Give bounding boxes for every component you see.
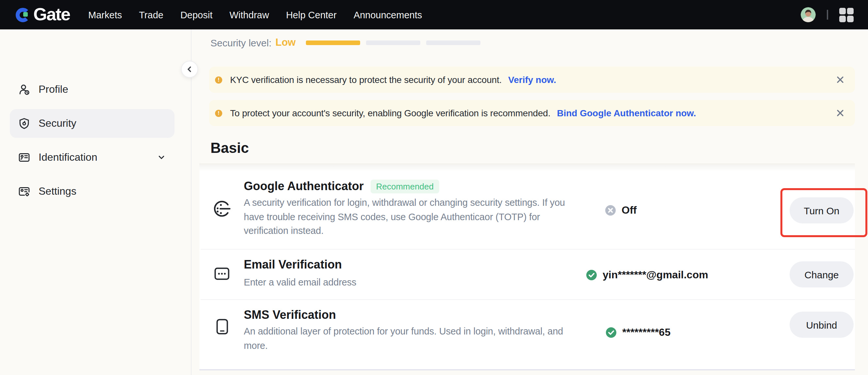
chevron-down-icon xyxy=(157,154,165,161)
row-title: Google Authenticator xyxy=(244,180,364,193)
row-description: An additional layer of protection for yo… xyxy=(244,325,563,353)
avatar[interactable] xyxy=(801,7,816,22)
nav-item-deposit[interactable]: Deposit xyxy=(172,9,221,20)
row-title-line: SMS Verification xyxy=(244,308,336,322)
nav-item-markets[interactable]: Markets xyxy=(80,9,130,20)
phone-icon xyxy=(216,319,228,335)
row-title-line: Google Authenticator Recommended xyxy=(244,180,439,193)
nav-item-withdraw[interactable]: Withdraw xyxy=(221,9,277,20)
sidebar-item-identification[interactable]: Identification xyxy=(10,143,175,172)
navbar-right xyxy=(801,0,868,29)
banner-text: KYC verification is necessary to protect… xyxy=(230,74,502,85)
gate-logo-icon xyxy=(15,7,31,23)
sidebar-item-profile[interactable]: Profile xyxy=(10,75,175,104)
sidebar: Profile Security Identification xyxy=(0,29,191,375)
bind-google-authenticator-link[interactable]: Bind Google Authenticator now. xyxy=(557,108,696,118)
row-title-line: Email Verification xyxy=(244,258,342,272)
section-title-basic: Basic xyxy=(211,140,249,157)
status-label: Off xyxy=(622,205,637,216)
avatar-photo xyxy=(801,7,816,22)
sidebar-item-label: Identification xyxy=(38,152,97,163)
brand-name: Gate xyxy=(33,6,70,24)
status-verified-icon xyxy=(606,327,616,338)
security-level-value: Low xyxy=(276,37,296,48)
status-off-icon xyxy=(605,205,616,216)
warning-icon: ! xyxy=(215,110,222,117)
recommended-badge: Recommended xyxy=(371,180,439,193)
sidebar-item-label: Security xyxy=(38,118,76,129)
google-verification-banner: ! To protect your account's security, en… xyxy=(209,100,855,126)
row-title: SMS Verification xyxy=(244,308,336,322)
nav-item-help-center[interactable]: Help Center xyxy=(277,9,345,20)
apps-grid-icon[interactable] xyxy=(839,7,854,22)
id-settings-icon xyxy=(18,186,30,197)
row-divider xyxy=(201,299,855,300)
security-level: Security level: Low xyxy=(211,35,481,50)
shield-icon xyxy=(18,118,30,129)
email-icon xyxy=(214,267,229,280)
security-level-bar-filled xyxy=(306,40,361,45)
row-description: A security verification for login, withd… xyxy=(244,196,565,238)
email-verification-status: yin*******@gmail.com xyxy=(586,269,708,281)
row-title: Email Verification xyxy=(244,258,342,272)
main-nav: Markets Trade Deposit Withdraw Help Cent… xyxy=(80,9,430,20)
brand-logo[interactable]: Gate xyxy=(15,6,70,24)
sidebar-item-settings[interactable]: Settings xyxy=(10,177,175,206)
sidebar-collapse-button[interactable] xyxy=(181,61,198,78)
turn-on-button[interactable]: Turn On xyxy=(789,197,854,223)
sidebar-item-security[interactable]: Security xyxy=(10,109,175,138)
nav-item-announcements[interactable]: Announcements xyxy=(345,9,431,20)
kyc-warning-banner: ! KYC verification is necessary to prote… xyxy=(209,67,855,93)
chevron-left-icon xyxy=(186,65,193,73)
status-label: *********65 xyxy=(622,327,671,338)
navbar-divider xyxy=(827,10,828,20)
status-label: yin*******@gmail.com xyxy=(602,269,708,281)
security-level-bar-empty xyxy=(366,40,421,45)
security-level-bar-empty xyxy=(427,40,481,45)
close-icon[interactable] xyxy=(835,75,845,85)
banner-text: To protect your account's security, enab… xyxy=(230,108,550,118)
top-navbar: Gate Markets Trade Deposit Withdraw Help… xyxy=(0,0,868,29)
sidebar-item-label: Profile xyxy=(38,84,68,95)
status-verified-icon xyxy=(586,270,597,280)
id-card-icon xyxy=(18,152,30,163)
close-icon[interactable] xyxy=(835,108,845,118)
sidebar-item-label: Settings xyxy=(38,186,76,197)
google-authenticator-icon xyxy=(213,200,231,218)
basic-security-card: Google Authenticator Recommended A secur… xyxy=(199,163,855,370)
security-level-label: Security level: xyxy=(211,37,272,48)
google-authenticator-status: Off xyxy=(605,205,637,216)
nav-item-trade[interactable]: Trade xyxy=(130,9,172,20)
change-button[interactable]: Change xyxy=(789,261,854,287)
unbind-button[interactable]: Unbind xyxy=(789,312,854,338)
user-icon xyxy=(18,84,30,95)
warning-icon: ! xyxy=(215,76,222,83)
row-description: Enter a valid email address xyxy=(244,276,356,290)
sms-verification-status: *********65 xyxy=(606,327,671,338)
row-divider xyxy=(201,249,855,250)
verify-now-link[interactable]: Verify now. xyxy=(508,74,556,85)
